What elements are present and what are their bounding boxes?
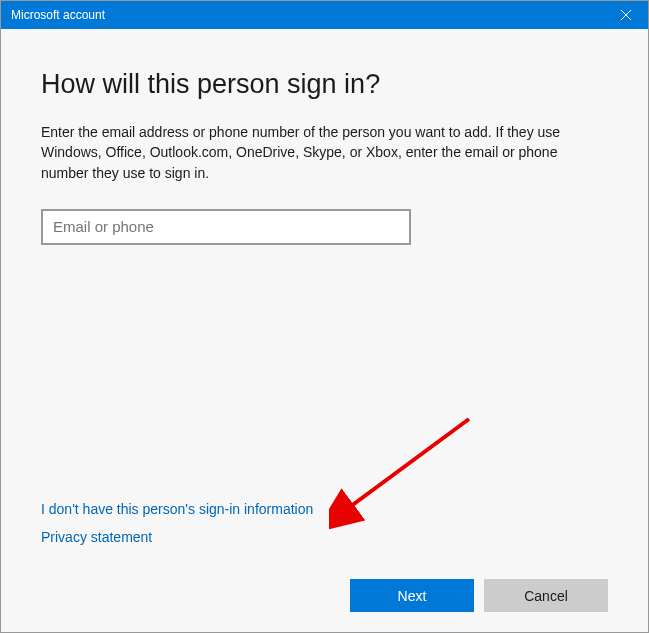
page-heading: How will this person sign in?: [41, 69, 608, 100]
dialog-window: Microsoft account How will this person s…: [0, 0, 649, 633]
email-or-phone-input[interactable]: [41, 209, 411, 245]
next-button[interactable]: Next: [350, 579, 474, 612]
close-icon: [621, 7, 631, 23]
dialog-content: How will this person sign in? Enter the …: [1, 29, 648, 632]
links-section: I don't have this person's sign-in infor…: [41, 501, 608, 557]
input-container: [41, 209, 608, 245]
button-row: Next Cancel: [41, 579, 608, 612]
titlebar: Microsoft account: [1, 1, 648, 29]
cancel-button[interactable]: Cancel: [484, 579, 608, 612]
no-signin-info-link[interactable]: I don't have this person's sign-in infor…: [41, 501, 313, 517]
privacy-statement-link[interactable]: Privacy statement: [41, 529, 152, 545]
description-text: Enter the email address or phone number …: [41, 122, 601, 183]
spacer: [41, 265, 608, 501]
close-button[interactable]: [603, 1, 648, 29]
window-title: Microsoft account: [11, 8, 603, 22]
